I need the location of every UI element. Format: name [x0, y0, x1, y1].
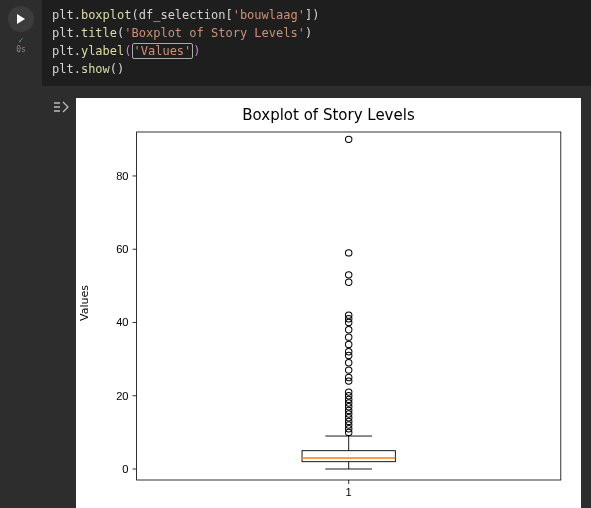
- svg-rect-17: [302, 451, 395, 462]
- svg-text:60: 60: [116, 243, 128, 255]
- boxplot-chart: Boxplot of Story Levels Values 020406080…: [76, 98, 581, 508]
- svg-text:80: 80: [116, 170, 128, 182]
- svg-text:20: 20: [116, 390, 128, 402]
- code-line[interactable]: plt.ylabel('Values'): [52, 42, 581, 60]
- code-cell[interactable]: plt.boxplot(df_selection['bouwlaag'])plt…: [42, 0, 591, 86]
- svg-point-45: [345, 250, 351, 256]
- svg-point-37: [345, 341, 351, 347]
- cell-gutter: ✓ 0s: [0, 0, 42, 508]
- execution-time: 0s: [16, 46, 26, 54]
- svg-point-39: [345, 327, 351, 333]
- output-area: Boxplot of Story Levels Values 020406080…: [42, 86, 591, 508]
- code-line[interactable]: plt.title('Boxplot of Story Levels'): [52, 24, 581, 42]
- svg-point-44: [345, 272, 351, 278]
- svg-point-34: [345, 360, 351, 366]
- svg-text:1: 1: [346, 486, 352, 498]
- run-cell-button[interactable]: [8, 6, 34, 32]
- execution-status: ✓ 0s: [16, 36, 26, 54]
- code-line[interactable]: plt.boxplot(df_selection['bouwlaag']): [52, 6, 581, 24]
- svg-text:40: 40: [116, 317, 128, 329]
- svg-point-38: [345, 334, 351, 340]
- svg-text:0: 0: [122, 463, 128, 475]
- svg-point-33: [345, 367, 351, 373]
- toggle-output-icon[interactable]: [52, 98, 70, 116]
- svg-point-43: [345, 279, 351, 285]
- svg-point-46: [345, 136, 351, 142]
- play-icon: [15, 13, 27, 25]
- check-icon: ✓: [18, 36, 23, 45]
- chart-svg: 0204060801: [76, 98, 581, 508]
- code-line[interactable]: plt.show(): [52, 60, 581, 78]
